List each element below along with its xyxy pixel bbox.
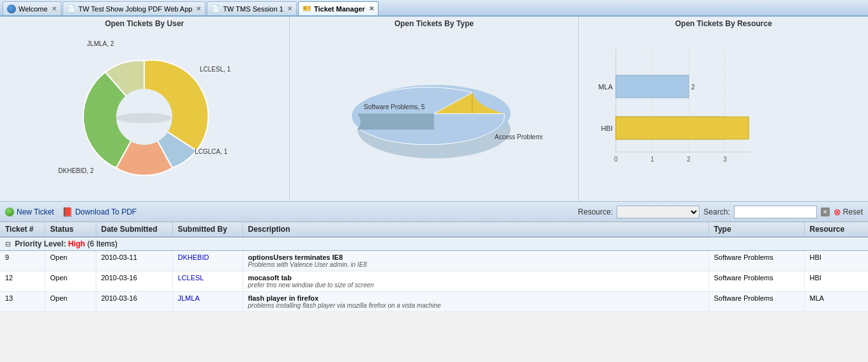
- cell-desc-9: optionsUsers terminates IE8 Problems wit…: [243, 251, 708, 271]
- svg-text:0: 0: [615, 156, 618, 163]
- cell-submitted-by-13: JLMLA: [172, 292, 243, 312]
- cell-date-13: 2010-03-16: [96, 292, 172, 312]
- cell-status-13: Open: [45, 292, 96, 312]
- chart-by-resource: Open Tickets By Resource 2: [579, 17, 868, 201]
- submitted-by-link-12[interactable]: LCLESL: [178, 274, 204, 282]
- tab-tw-tms-close[interactable]: ✕: [287, 5, 292, 12]
- cell-date-9: 2010-03-11: [96, 251, 172, 271]
- desc-sub-13: problems installing flash player via moz…: [248, 302, 703, 309]
- svg-text:2: 2: [691, 84, 695, 91]
- donut-label-lclesl: LCLESL, 1: [200, 66, 230, 73]
- svg-rect-14: [616, 117, 749, 139]
- search-label: Search:: [703, 207, 730, 216]
- table-header: Ticket # Status Date Submitted Submitted…: [0, 222, 868, 237]
- donut-label-dkhebid: DKHEBID, 2: [58, 167, 94, 174]
- cell-date-12: 2010-03-16: [96, 271, 172, 292]
- search-clear-icon[interactable]: ✕: [821, 207, 830, 216]
- cell-resource-13: MLA: [804, 292, 868, 312]
- cell-ticket-13: 13: [0, 292, 45, 312]
- donut-label-lcglca: LCGLCA, 1: [195, 148, 227, 155]
- desc-main-12: mocasoft tab: [248, 274, 703, 282]
- reset-icon: ⊗: [834, 207, 841, 217]
- tab-ticket-manager[interactable]: 🎫 Ticket Manager ✕: [298, 1, 378, 15]
- svg-text:3: 3: [724, 156, 728, 163]
- priority-high-label: High: [68, 239, 86, 248]
- reset-button[interactable]: ⊗ Reset: [834, 207, 863, 217]
- col-resource: Resource: [804, 222, 868, 237]
- download-pdf-button[interactable]: 📕 Download To PDF: [62, 207, 137, 217]
- desc-sub-12: prefer tms new window due to size of scr…: [248, 282, 703, 289]
- submitted-by-link-9[interactable]: DKHEBID: [178, 253, 209, 261]
- tab-ticket-manager-close[interactable]: ✕: [369, 5, 374, 12]
- svg-text:2: 2: [687, 156, 691, 163]
- donut-svg: [55, 34, 234, 187]
- col-date: Date Submitted: [96, 222, 172, 237]
- cell-ticket-9: 9: [0, 251, 45, 271]
- table-area: Ticket # Status Date Submitted Submitted…: [0, 222, 868, 312]
- chart-by-resource-title: Open Tickets By Resource: [584, 19, 863, 28]
- cell-submitted-by-12: LCLESL: [172, 271, 243, 292]
- tab-tw-tms[interactable]: 📄 TW TMS Session 1 ✕: [207, 1, 297, 15]
- chart-by-user-title: Open Tickets By User: [5, 19, 284, 28]
- pdf-icon: 📕: [62, 207, 73, 217]
- cell-desc-12: mocasoft tab prefer tms new window due t…: [243, 271, 708, 292]
- svg-rect-11: [616, 75, 689, 98]
- donut-chart: JLMLA, 2 LCLESL, 1 LCGLCA, 1 DKHEBID, 2: [55, 34, 234, 187]
- tab-tw-tms-label: TW TMS Session 1: [223, 5, 283, 13]
- new-ticket-label: New Ticket: [17, 207, 54, 216]
- svg-text:MLA: MLA: [599, 83, 613, 91]
- cell-ticket-12: 12: [0, 271, 45, 292]
- tab-tw-test-label: TW Test Show Joblog PDF Web App: [79, 5, 193, 13]
- col-status: Status: [45, 222, 96, 237]
- download-pdf-label: Download To PDF: [75, 207, 137, 216]
- tickets-table: Ticket # Status Date Submitted Submitted…: [0, 222, 868, 312]
- chart-by-type-title: Open Tickets By Type: [295, 19, 574, 28]
- charts-area: Open Tickets By User: [0, 17, 868, 202]
- tab-welcome-label: Welcome: [19, 5, 48, 13]
- cell-status-12: Open: [45, 271, 96, 292]
- table-row: 9 Open 2010-03-11 DKHEBID optionsUsers t…: [0, 251, 868, 271]
- new-ticket-icon: [5, 207, 14, 216]
- page-icon2: 📄: [211, 4, 220, 13]
- cell-status-9: Open: [45, 251, 96, 271]
- svg-text:HBI: HBI: [601, 124, 613, 132]
- desc-main-9: optionsUsers terminates IE8: [248, 253, 703, 261]
- new-ticket-button[interactable]: New Ticket: [5, 207, 54, 216]
- cell-submitted-by-9: DKHEBID: [172, 251, 243, 271]
- donut-label-jlmla: JLMLA, 2: [87, 40, 114, 47]
- cell-type-13: Software Problems: [708, 292, 804, 312]
- ticket-icon: 🎫: [303, 4, 311, 13]
- tab-tw-test-close[interactable]: ✕: [196, 5, 201, 12]
- priority-count-val: 6 Items: [90, 239, 115, 248]
- cell-type-9: Software Problems: [708, 251, 804, 271]
- tab-welcome[interactable]: Welcome ✕: [3, 1, 61, 15]
- svg-text:Software Problems, 5: Software Problems, 5: [364, 103, 425, 110]
- toolbar: New Ticket 📕 Download To PDF Resource: M…: [0, 202, 868, 222]
- chart-by-type: Open Tickets By Type: [290, 17, 580, 201]
- table-row: 13 Open 2010-03-16 JLMLA flash player in…: [0, 292, 868, 312]
- col-ticket: Ticket #: [0, 222, 45, 237]
- col-description: Description: [243, 222, 708, 237]
- bar-chart-wrapper: 2 MLA HBI 0 1 2 3: [584, 31, 863, 190]
- priority-label: Priority Level:: [15, 239, 66, 248]
- reset-label: Reset: [843, 207, 863, 216]
- pie-3d-svg: Software Problems, 5 Access Problems, 1: [326, 40, 542, 181]
- page-icon: 📄: [67, 4, 76, 13]
- globe-icon: [7, 4, 16, 13]
- table-row: 12 Open 2010-03-16 LCLESL mocasoft tab p…: [0, 271, 868, 292]
- search-input[interactable]: [734, 206, 817, 218]
- svg-text:1: 1: [651, 156, 655, 163]
- resource-select[interactable]: MLA HBI: [617, 206, 700, 218]
- tab-ticket-manager-label: Ticket Manager: [314, 5, 365, 13]
- toolbar-right: Resource: MLA HBI Search: ✕ ⊗ Reset: [578, 206, 863, 218]
- table-body: ⊟ Priority Level: High (6 Items) 9 Open …: [0, 237, 868, 312]
- collapse-icon[interactable]: ⊟: [5, 240, 11, 248]
- desc-sub-9: Problems with Valence User admin. in IE8: [248, 261, 703, 268]
- desc-main-13: flash player in firefox: [248, 294, 703, 302]
- pie-chart-area: Software Problems, 5 Access Problems, 1: [295, 31, 574, 190]
- submitted-by-link-13[interactable]: JLMLA: [178, 294, 200, 302]
- cell-desc-13: flash player in firefox problems install…: [243, 292, 708, 312]
- svg-point-1: [116, 113, 172, 123]
- tab-tw-test[interactable]: 📄 TW Test Show Joblog PDF Web App ✕: [63, 1, 206, 15]
- tab-welcome-close[interactable]: ✕: [52, 5, 57, 12]
